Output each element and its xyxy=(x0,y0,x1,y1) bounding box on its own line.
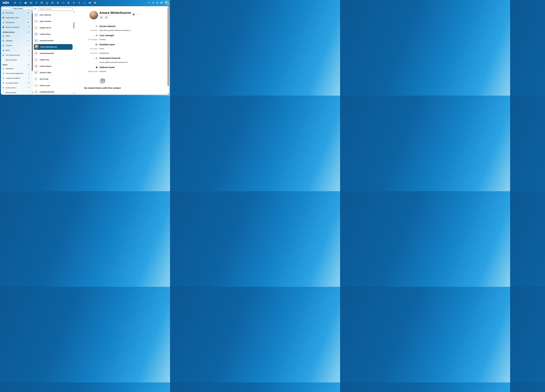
contact-groups-title: Contact groups xyxy=(2,31,14,33)
app-photos[interactable] xyxy=(29,0,33,6)
details-scroll-thumb[interactable] xyxy=(168,8,169,86)
show-all-teams-link[interactable]: Show all teams xyxy=(1,90,33,95)
cloud-icon xyxy=(95,57,98,59)
sidebar-scroll-down-icon[interactable] xyxy=(32,92,33,93)
details-scroll-up-icon[interactable] xyxy=(167,6,169,7)
mail-icon xyxy=(41,2,43,4)
group-item-admin: Admin 1 xyxy=(1,34,33,38)
app-contacts[interactable] xyxy=(45,0,49,6)
talk-button[interactable] xyxy=(99,16,103,19)
team-item-community-engagement: Community Engagement 5 xyxy=(1,71,33,76)
unified-search-button[interactable] xyxy=(151,0,155,6)
section-title: Detailed name xyxy=(99,43,166,46)
group-icon xyxy=(2,12,4,14)
detail-row-value: Christine xyxy=(99,39,166,40)
details-scrollbar[interactable] xyxy=(167,6,169,94)
app-calendar[interactable] xyxy=(50,0,55,6)
sidebar-main-nav: All contacts 1.1K Organization chart Not… xyxy=(1,11,33,30)
rings-button[interactable] xyxy=(132,13,135,16)
list-scroll-thumb[interactable] xyxy=(74,22,74,29)
person-icon xyxy=(2,21,4,24)
list-scroll-down-icon[interactable] xyxy=(73,93,74,94)
detail-row-label: Nextcloud xyxy=(75,29,98,31)
app-mail[interactable] xyxy=(39,0,44,6)
detail-row-value: Amara xyxy=(99,48,166,49)
team-icon xyxy=(2,72,4,74)
add-contact-group-button[interactable] xyxy=(28,30,31,34)
app-files[interactable] xyxy=(23,0,28,6)
detail-row-value: amara_w@tech-preview.nextcloud.com xyxy=(99,61,166,63)
notes-icon xyxy=(62,2,64,4)
contact-quick-actions xyxy=(99,16,108,19)
dots-button[interactable] xyxy=(137,13,139,16)
section-detailed-name: Detailed name First nameAmaraLast nameWi… xyxy=(75,43,166,54)
contact-avatar: AB xyxy=(34,64,38,68)
user-avatar[interactable]: ✓ xyxy=(164,0,169,6)
photos-icon xyxy=(30,2,32,4)
unified-search-icon xyxy=(152,1,154,4)
team-icon xyxy=(2,82,4,84)
detail-header-icons xyxy=(132,13,139,16)
profile-button[interactable] xyxy=(105,16,108,19)
sidebar-scroll-up-icon[interactable] xyxy=(32,11,33,12)
app-menu: OCS xyxy=(13,0,97,6)
contact-list-item-amalee-rimer: AR Amalee Rimer xyxy=(33,31,75,37)
detail-row: Address bookAccounts xyxy=(75,70,166,72)
app-dashboard[interactable] xyxy=(13,0,17,6)
contact-list-item-ami-freeth: AF Ami Freeth xyxy=(33,76,75,82)
contact-avatar: AB xyxy=(34,51,38,55)
app-ocs[interactable]: OCS xyxy=(93,0,97,6)
contact-avatar: AG xyxy=(34,19,38,24)
nextcloud-logo[interactable] xyxy=(2,0,9,6)
contacts-menu-button[interactable] xyxy=(159,0,163,6)
group-item-colleague: colleague 17 xyxy=(1,38,33,43)
teams-caption: Teams xyxy=(1,63,33,66)
group-icon xyxy=(2,35,4,37)
team-item-company-handbook: Company Handbook 8 xyxy=(1,76,33,81)
app-notes[interactable] xyxy=(61,0,65,6)
app-tables[interactable] xyxy=(87,0,92,6)
app-heart-app[interactable] xyxy=(55,0,60,6)
heart-app-icon xyxy=(56,2,59,4)
svg-text:OCS: OCS xyxy=(94,2,96,3)
deck-icon xyxy=(67,2,69,4)
detail-row-label: Line manager xyxy=(75,39,98,40)
sidebar-scroll-thumb[interactable] xyxy=(32,13,33,71)
sidebar-item-not-grouped: Not grouped 1.1K xyxy=(1,20,33,25)
app-deck[interactable] xyxy=(66,0,71,6)
list-scroll-up-icon[interactable] xyxy=(73,11,74,12)
show-all-groups-link[interactable]: Show all groups xyxy=(1,58,33,62)
collectives-icon xyxy=(73,2,75,4)
group-icon xyxy=(2,49,4,51)
empty-state-text: No shared items with this contact xyxy=(75,87,130,89)
idcard-icon xyxy=(95,43,98,46)
app-collectives[interactable] xyxy=(71,0,76,6)
sidebar-item-all-contacts: All contacts 1.1K xyxy=(1,11,33,15)
detail-row: Line managerChristine xyxy=(75,39,166,40)
detail-row-label: Address book xyxy=(75,70,98,72)
contact-photo[interactable] xyxy=(89,11,98,19)
collapse-list-button[interactable] xyxy=(34,7,37,11)
count-badge: 10 xyxy=(27,26,30,28)
contact-list-item-amabel-sorrie: AS Amabel Sorrie xyxy=(33,24,75,31)
notifications-button[interactable] xyxy=(155,0,159,6)
assistant-button[interactable] xyxy=(147,0,151,6)
contact-avatar: AH xyxy=(34,38,38,43)
contact-groups-caption: Contact groups xyxy=(1,30,33,34)
sidebar-scrollbar[interactable] xyxy=(32,11,33,94)
new-contact-button[interactable]: New contact xyxy=(2,8,32,9)
search-contacts-input[interactable] xyxy=(38,7,73,11)
app-tasks[interactable] xyxy=(77,0,81,6)
add-team-button[interactable] xyxy=(28,63,31,66)
contact-name: Amara Winterbourne xyxy=(99,11,131,15)
app-checks[interactable] xyxy=(82,0,87,6)
contact-list-item-ambros-byass: AB Ambros Byass xyxy=(33,63,75,69)
panel-resize-handle[interactable] xyxy=(74,47,76,50)
app-search-app[interactable] xyxy=(18,0,23,6)
detail-row: First nameAmara xyxy=(75,48,166,49)
contact-list-item-amberly-bamfield: AB Amberly Bamfield xyxy=(33,50,75,56)
details-scroll-down-icon[interactable] xyxy=(167,93,169,94)
contact-list-scrollbar[interactable] xyxy=(73,11,74,94)
section-social-network: Social network Nextcloudhttps://tech-pre… xyxy=(75,25,166,31)
app-activity[interactable] xyxy=(34,0,39,6)
